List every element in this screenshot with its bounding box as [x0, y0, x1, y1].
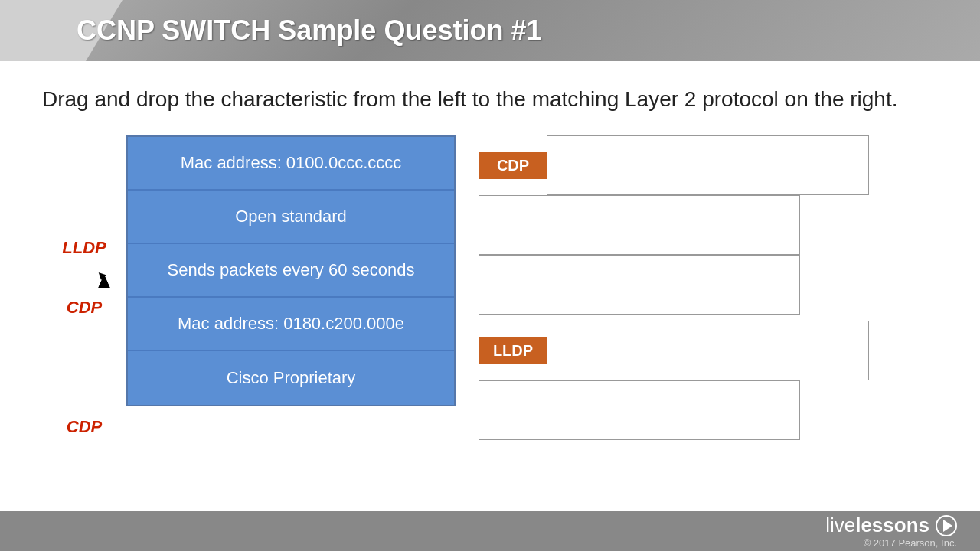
brand-text: livelessons [825, 514, 929, 537]
drag-item-cisco-proprietary[interactable]: Cisco Proprietary [128, 351, 454, 405]
lldp-section: LLDP [479, 321, 938, 440]
annotation-cdp-1: CDP [42, 278, 126, 337]
drag-drop-container: LLDP CDP CDP Mac address: 0100.0ccc.cccc… [42, 135, 938, 457]
main-content: Drag and drop the characteristic from th… [0, 61, 980, 472]
annotations-column: LLDP CDP CDP [42, 158, 126, 457]
brand-bold: lessons [855, 514, 929, 536]
draggable-items-list: Mac address: 0100.0ccc.cccc Open standar… [126, 135, 456, 406]
lldp-drop-slot-1[interactable] [547, 321, 869, 380]
drag-item-sends-packets[interactable]: Sends packets every 60 seconds [128, 244, 454, 298]
lldp-header: LLDP [479, 321, 938, 380]
play-button-circle [936, 515, 957, 536]
annotation-2 [42, 337, 126, 397]
cdp-drop-slot-2[interactable] [479, 195, 800, 255]
drag-item-mac-lldp[interactable]: Mac address: 0180.c200.000e [128, 298, 454, 351]
lldp-slots [479, 380, 938, 440]
cdp-drop-slot-3[interactable] [479, 255, 800, 315]
page-header: CCNP SWITCH Sample Question #1 [0, 0, 980, 61]
lldp-drop-slot-2[interactable] [479, 380, 800, 440]
drag-item-open-standard[interactable]: Open standard [128, 191, 454, 244]
annotation-lldp: LLDP [42, 218, 126, 278]
copyright-text: © 2017 Pearson, Inc. [864, 537, 957, 549]
play-icon [943, 520, 952, 532]
annotation-cdp-2: CDP [42, 397, 126, 457]
cdp-header: CDP [479, 135, 938, 195]
cdp-section: CDP [479, 135, 938, 315]
cdp-slots [479, 195, 938, 315]
cdp-drop-slot-1[interactable] [547, 135, 869, 195]
drop-targets-column: CDP LLDP [479, 135, 938, 440]
footer-brand: livelessons © 2017 Pearson, Inc. [825, 514, 957, 549]
question-text: Drag and drop the characteristic from th… [42, 84, 938, 114]
livelessons-logo: livelessons [825, 514, 957, 537]
page-title: CCNP SWITCH Sample Question #1 [77, 15, 541, 47]
annotation-1 [42, 158, 126, 218]
cdp-badge: CDP [479, 152, 547, 179]
footer: livelessons © 2017 Pearson, Inc. [0, 511, 980, 551]
lldp-badge: LLDP [479, 337, 547, 364]
drag-item-mac-cdp[interactable]: Mac address: 0100.0ccc.cccc [128, 137, 454, 191]
